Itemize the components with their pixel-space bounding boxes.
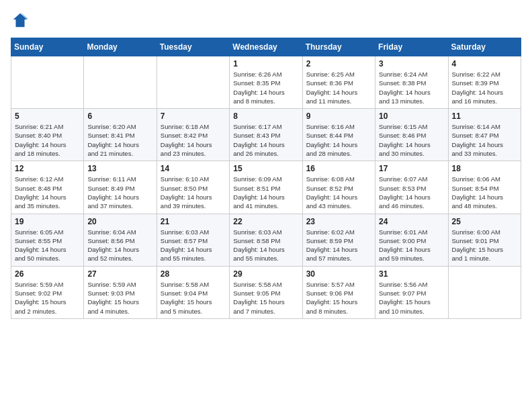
day-number: 3 [379,59,444,68]
calendar-cell: 21Sunrise: 6:03 AM Sunset: 8:57 PM Dayli… [157,214,229,266]
day-info: Sunrise: 6:10 AM Sunset: 8:50 PM Dayligh… [161,175,226,210]
calendar-week-3: 12Sunrise: 6:12 AM Sunset: 8:48 PM Dayli… [11,161,521,214]
calendar-cell: 3Sunrise: 6:24 AM Sunset: 8:38 PM Daylig… [375,56,448,109]
day-info: Sunrise: 6:07 AM Sunset: 8:53 PM Dayligh… [379,175,444,210]
day-number: 17 [379,164,444,173]
day-info: Sunrise: 6:25 AM Sunset: 8:36 PM Dayligh… [306,70,371,105]
day-info: Sunrise: 6:12 AM Sunset: 8:48 PM Dayligh… [15,175,80,210]
calendar-cell: 5Sunrise: 6:21 AM Sunset: 8:40 PM Daylig… [11,109,84,161]
day-number: 19 [15,217,80,226]
calendar-cell: 30Sunrise: 5:57 AM Sunset: 9:06 PM Dayli… [302,266,375,318]
calendar-cell [84,56,157,109]
day-number: 18 [452,164,517,173]
day-number: 30 [306,269,371,279]
calendar-week-5: 26Sunrise: 5:59 AM Sunset: 9:02 PM Dayli… [11,266,521,318]
column-header-monday: Monday [84,38,157,56]
calendar-cell: 31Sunrise: 5:56 AM Sunset: 9:07 PM Dayli… [375,266,448,318]
day-info: Sunrise: 6:22 AM Sunset: 8:39 PM Dayligh… [452,70,517,105]
logo-icon [11,11,30,30]
day-info: Sunrise: 6:08 AM Sunset: 8:52 PM Dayligh… [306,175,371,210]
calendar-cell: 16Sunrise: 6:08 AM Sunset: 8:52 PM Dayli… [302,161,375,214]
day-info: Sunrise: 6:26 AM Sunset: 8:35 PM Dayligh… [233,70,298,105]
calendar-cell: 8Sunrise: 6:17 AM Sunset: 8:43 PM Daylig… [230,109,302,161]
day-info: Sunrise: 6:00 AM Sunset: 9:01 PM Dayligh… [452,228,517,263]
day-number: 20 [87,217,152,226]
calendar-header-row: SundayMondayTuesdayWednesdayThursdayFrid… [11,38,521,56]
calendar-week-2: 5Sunrise: 6:21 AM Sunset: 8:40 PM Daylig… [11,109,521,161]
calendar-cell: 27Sunrise: 5:59 AM Sunset: 9:03 PM Dayli… [84,266,157,318]
day-number: 1 [233,59,298,68]
day-info: Sunrise: 6:03 AM Sunset: 8:58 PM Dayligh… [233,228,298,263]
calendar-cell: 12Sunrise: 6:12 AM Sunset: 8:48 PM Dayli… [11,161,84,214]
day-number: 26 [15,269,80,279]
day-number: 25 [452,217,517,226]
day-number: 6 [87,111,152,121]
column-header-friday: Friday [375,38,448,56]
day-number: 28 [161,269,226,279]
column-header-thursday: Thursday [302,38,375,56]
calendar-cell [11,56,84,109]
day-info: Sunrise: 6:11 AM Sunset: 8:49 PM Dayligh… [87,175,152,210]
calendar-cell [448,266,521,318]
calendar-cell: 20Sunrise: 6:04 AM Sunset: 8:56 PM Dayli… [84,214,157,266]
calendar-cell: 28Sunrise: 5:58 AM Sunset: 9:04 PM Dayli… [157,266,229,318]
day-number: 10 [379,111,444,121]
page-header [11,11,521,30]
day-info: Sunrise: 6:05 AM Sunset: 8:55 PM Dayligh… [15,228,80,263]
calendar-cell: 14Sunrise: 6:10 AM Sunset: 8:50 PM Dayli… [157,161,229,214]
calendar-cell: 10Sunrise: 6:15 AM Sunset: 8:46 PM Dayli… [375,109,448,161]
day-info: Sunrise: 6:18 AM Sunset: 8:42 PM Dayligh… [161,122,226,158]
day-number: 2 [306,59,371,68]
day-number: 23 [306,217,371,226]
day-info: Sunrise: 5:59 AM Sunset: 9:03 PM Dayligh… [87,280,152,316]
calendar-week-1: 1Sunrise: 6:26 AM Sunset: 8:35 PM Daylig… [11,56,521,109]
calendar-cell: 25Sunrise: 6:00 AM Sunset: 9:01 PM Dayli… [448,214,521,266]
calendar-cell: 2Sunrise: 6:25 AM Sunset: 8:36 PM Daylig… [302,56,375,109]
day-info: Sunrise: 5:56 AM Sunset: 9:07 PM Dayligh… [379,280,444,316]
calendar-cell: 29Sunrise: 5:58 AM Sunset: 9:05 PM Dayli… [230,266,302,318]
day-info: Sunrise: 6:04 AM Sunset: 8:56 PM Dayligh… [87,228,152,263]
calendar-cell: 11Sunrise: 6:14 AM Sunset: 8:47 PM Dayli… [448,109,521,161]
calendar-cell: 17Sunrise: 6:07 AM Sunset: 8:53 PM Dayli… [375,161,448,214]
calendar-cell: 6Sunrise: 6:20 AM Sunset: 8:41 PM Daylig… [84,109,157,161]
day-number: 14 [161,164,226,173]
day-number: 7 [161,111,226,121]
day-info: Sunrise: 6:09 AM Sunset: 8:51 PM Dayligh… [233,175,298,210]
day-info: Sunrise: 6:21 AM Sunset: 8:40 PM Dayligh… [15,122,80,158]
day-info: Sunrise: 6:02 AM Sunset: 8:59 PM Dayligh… [306,228,371,263]
day-number: 4 [452,59,517,68]
calendar-cell [157,56,229,109]
day-info: Sunrise: 6:06 AM Sunset: 8:54 PM Dayligh… [452,175,517,210]
calendar-cell: 9Sunrise: 6:16 AM Sunset: 8:44 PM Daylig… [302,109,375,161]
day-number: 8 [233,111,298,121]
column-header-sunday: Sunday [11,38,84,56]
day-info: Sunrise: 5:58 AM Sunset: 9:04 PM Dayligh… [161,280,226,316]
calendar-cell: 1Sunrise: 6:26 AM Sunset: 8:35 PM Daylig… [230,56,302,109]
day-number: 21 [161,217,226,226]
day-info: Sunrise: 5:58 AM Sunset: 9:05 PM Dayligh… [233,280,298,316]
day-number: 13 [87,164,152,173]
day-number: 11 [452,111,517,121]
day-number: 12 [15,164,80,173]
calendar-cell: 15Sunrise: 6:09 AM Sunset: 8:51 PM Dayli… [230,161,302,214]
calendar-cell: 26Sunrise: 5:59 AM Sunset: 9:02 PM Dayli… [11,266,84,318]
column-header-wednesday: Wednesday [230,38,302,56]
day-number: 27 [87,269,152,279]
column-header-saturday: Saturday [448,38,521,56]
day-number: 16 [306,164,371,173]
day-info: Sunrise: 6:14 AM Sunset: 8:47 PM Dayligh… [452,122,517,158]
svg-marker-0 [13,13,28,28]
day-info: Sunrise: 6:17 AM Sunset: 8:43 PM Dayligh… [233,122,298,158]
day-number: 24 [379,217,444,226]
day-info: Sunrise: 6:03 AM Sunset: 8:57 PM Dayligh… [161,228,226,263]
calendar-cell: 4Sunrise: 6:22 AM Sunset: 8:39 PM Daylig… [448,56,521,109]
calendar-cell: 19Sunrise: 6:05 AM Sunset: 8:55 PM Dayli… [11,214,84,266]
calendar-cell: 22Sunrise: 6:03 AM Sunset: 8:58 PM Dayli… [230,214,302,266]
day-info: Sunrise: 5:59 AM Sunset: 9:02 PM Dayligh… [15,280,80,316]
day-number: 5 [15,111,80,121]
day-number: 9 [306,111,371,121]
column-header-tuesday: Tuesday [157,38,229,56]
calendar-cell: 24Sunrise: 6:01 AM Sunset: 9:00 PM Dayli… [375,214,448,266]
calendar-table: SundayMondayTuesdayWednesdayThursdayFrid… [11,38,521,319]
calendar-cell: 13Sunrise: 6:11 AM Sunset: 8:49 PM Dayli… [84,161,157,214]
